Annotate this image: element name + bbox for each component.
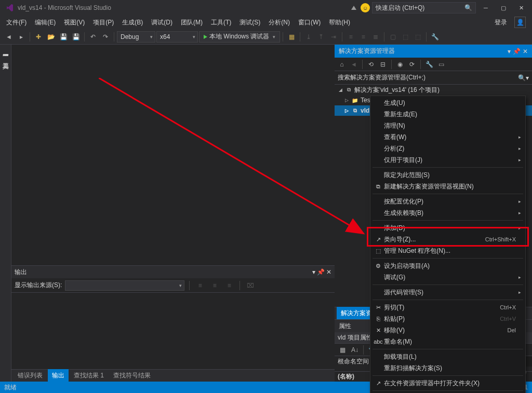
nav-fwd-button[interactable]: ▸ xyxy=(16,31,27,43)
se-close-icon[interactable]: ✕ xyxy=(523,48,528,55)
new-project-button[interactable]: ✚ xyxy=(33,31,44,43)
ctx-item[interactable]: 清理(N) xyxy=(370,120,525,131)
start-debug-button[interactable]: 本地 Windows 调试器 ▾ xyxy=(199,31,280,43)
ctx-item[interactable]: 仅用于项目(J)▸ xyxy=(370,154,525,166)
ctx-item[interactable]: ✂剪切(T)Ctrl+X xyxy=(370,302,525,313)
output-title: 输出 xyxy=(15,268,27,277)
menu-edit[interactable]: 编辑(E) xyxy=(31,16,60,29)
props-alpha-button[interactable]: A↓ xyxy=(349,344,361,356)
solution-explorer-title: 解决方案资源管理器 xyxy=(339,47,395,56)
output-toolbar: 显示输出来源(S): ≡ ≡ ≡ ⌧ xyxy=(11,278,335,293)
login-link[interactable]: 登录 xyxy=(490,16,511,29)
ctx-item[interactable]: ⬚管理 NuGet 程序包(N)... xyxy=(370,245,525,256)
output-pin-icon[interactable]: 📌 xyxy=(317,268,325,276)
ctx-item[interactable]: ⚙设为启动项目(A) xyxy=(370,260,525,272)
tab-find-results-1[interactable]: 查找结果 1 xyxy=(70,369,108,382)
ctx-item[interactable]: abc重命名(M) xyxy=(370,336,525,347)
quick-launch-input[interactable]: 快速启动 (Ctrl+Q) 🔍 xyxy=(372,2,476,13)
save-all-button[interactable]: 💾 xyxy=(70,31,82,43)
menu-window[interactable]: 窗口(W) xyxy=(294,16,325,29)
ctx-item[interactable]: 分析(Z)▸ xyxy=(370,143,525,154)
toolbar-disabled-9: ⬚ xyxy=(412,31,423,43)
ctx-item[interactable]: ↗类向导(Z)...Ctrl+Shift+X xyxy=(370,234,525,245)
ctx-item[interactable]: 调试(G)▸ xyxy=(370,272,525,283)
toolbar-icon-a[interactable]: ▦ xyxy=(286,31,297,43)
se-sync-button[interactable]: ⟲ xyxy=(366,59,376,70)
menu-project[interactable]: 项目(P) xyxy=(89,16,118,29)
solution-icon: ⧉ xyxy=(345,86,352,93)
close-button[interactable]: ✕ xyxy=(513,2,529,13)
se-preview-button[interactable]: ▭ xyxy=(436,59,446,70)
ctx-item[interactable]: 按配置优化(P)▸ xyxy=(370,196,525,207)
tab-find-symbols[interactable]: 查找符号结果 xyxy=(109,369,155,382)
output-source-combo[interactable] xyxy=(65,280,184,291)
server-explorer-tab[interactable]: 服务器资源管理器 xyxy=(0,47,11,51)
menu-view[interactable]: 视图(V) xyxy=(60,16,89,29)
menu-help[interactable]: 帮助(H) xyxy=(325,16,354,29)
se-props-button[interactable]: 🔧 xyxy=(424,59,434,70)
ctx-item[interactable]: 限定为此范围(S) xyxy=(370,169,525,181)
user-icon[interactable]: 👤 xyxy=(514,17,526,28)
window-title: vld_vs14 - Microsoft Visual Studio xyxy=(18,4,111,11)
toolbar-wrench[interactable]: 🔧 xyxy=(429,31,441,43)
menu-file[interactable]: 文件(F) xyxy=(2,16,31,29)
menu-test[interactable]: 测试(S) xyxy=(235,16,264,29)
left-sidebar: 服务器资源管理器 工具箱 xyxy=(0,45,11,382)
tab-output[interactable]: 输出 xyxy=(48,369,69,382)
maximize-button[interactable]: ▢ xyxy=(496,2,511,13)
se-pin-icon[interactable]: 📌 xyxy=(513,48,521,55)
ctx-item[interactable]: ↗在文件资源管理器中打开文件夹(X) xyxy=(370,377,525,389)
menu-analyze[interactable]: 分析(N) xyxy=(264,16,294,29)
save-button[interactable]: 💾 xyxy=(58,31,69,43)
toolbar-disabled-5: ≡ xyxy=(357,31,369,43)
solution-explorer-toolbar: ⌂ ◄ ⟲ ⊟ ◉ ⟳ 🔧 ▭ xyxy=(335,58,532,71)
toolbar-disabled-8: ⬚ xyxy=(400,31,411,43)
output-btn-4: ⌧ xyxy=(245,280,256,291)
ctx-item[interactable]: 源代码管理(S)▸ xyxy=(370,287,525,298)
config-combo[interactable]: Debug xyxy=(117,31,155,43)
toolbar-disabled-2: ⤒ xyxy=(315,31,327,43)
status-ready: 就绪 xyxy=(4,383,17,392)
toolbox-tab[interactable]: 工具箱 xyxy=(0,56,11,60)
ctx-item[interactable]: 查看(W)▸ xyxy=(370,131,525,143)
open-file-button[interactable]: 📂 xyxy=(45,31,57,43)
feedback-icon[interactable]: ☺ xyxy=(361,3,370,12)
play-icon xyxy=(204,35,207,39)
ctx-item[interactable]: 卸载项目(L) xyxy=(370,351,525,362)
project-icon: ⧉ xyxy=(351,107,358,114)
props-categorize-button[interactable]: ▦ xyxy=(337,344,348,356)
se-home-button[interactable]: ⌂ xyxy=(337,59,347,70)
solution-node[interactable]: ◢ ⧉ 解决方案'vld_vs14' (16 个项目) xyxy=(335,85,532,95)
ctx-item[interactable]: 添加(D)▸ xyxy=(370,222,525,234)
output-close-icon[interactable]: ✕ xyxy=(326,268,331,276)
editor-column: 输出 ▾ 📌 ✕ 显示输出来源(S): ≡ ≡ ≡ ⌧ 错误列表 xyxy=(11,45,335,382)
output-body[interactable] xyxy=(11,293,335,369)
ctx-item[interactable]: 生成(U) xyxy=(370,97,525,109)
solution-explorer-search[interactable]: 搜索解决方案资源管理器(Ctrl+;) 🔍▾ xyxy=(335,71,532,85)
toolbar-disabled-6: ≣ xyxy=(370,31,381,43)
undo-button[interactable]: ↶ xyxy=(87,31,99,43)
tab-error-list[interactable]: 错误列表 xyxy=(14,369,47,382)
se-refresh-button[interactable]: ⟳ xyxy=(407,59,417,70)
toolbar-disabled-4: ≡ xyxy=(345,31,356,43)
redo-button[interactable]: ↷ xyxy=(100,31,111,43)
menu-build[interactable]: 生成(B) xyxy=(118,16,147,29)
ctx-item[interactable]: 重新生成(E) xyxy=(370,109,525,120)
se-show-all-button[interactable]: ◉ xyxy=(395,59,405,70)
output-dropdown-icon[interactable]: ▾ xyxy=(312,268,315,276)
ctx-item[interactable]: ⧉新建解决方案资源管理器视图(N) xyxy=(370,181,525,192)
platform-combo[interactable]: x64 xyxy=(156,31,198,43)
context-menu[interactable]: 生成(U)重新生成(E)清理(N)查看(W)▸分析(Z)▸仅用于项目(J)▸限定… xyxy=(370,96,526,393)
menu-debug[interactable]: 调试(D) xyxy=(147,16,177,29)
menu-team[interactable]: 团队(M) xyxy=(177,16,207,29)
notification-icon[interactable] xyxy=(351,6,356,10)
bottom-tabs: 错误列表 输出 查找结果 1 查找符号结果 xyxy=(11,369,335,382)
ctx-item[interactable]: 重新扫描解决方案(S) xyxy=(370,362,525,374)
se-collapse-button[interactable]: ⊟ xyxy=(378,59,388,70)
minimize-button[interactable]: ─ xyxy=(478,2,494,13)
nav-back-button[interactable]: ◄ xyxy=(3,31,15,43)
menu-tools[interactable]: 工具(T) xyxy=(207,16,235,29)
se-dropdown-icon[interactable]: ▾ xyxy=(508,48,511,55)
ctx-item[interactable]: ✕移除(V)Del xyxy=(370,324,525,336)
ctx-item[interactable]: 生成依赖项(B)▸ xyxy=(370,207,525,219)
